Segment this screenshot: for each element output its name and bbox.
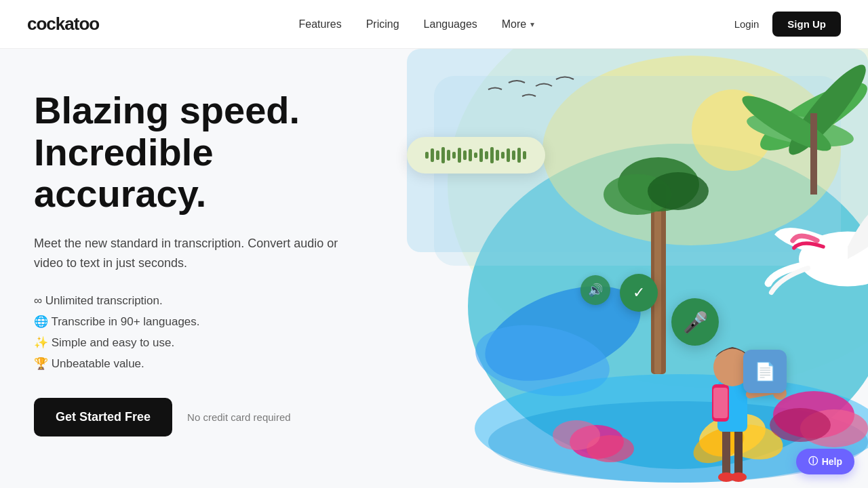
nav-pricing[interactable]: Pricing [366, 18, 399, 30]
svg-point-16 [648, 172, 709, 210]
hero-title: Blazing speed. Incredible accuracy. [34, 89, 380, 215]
feature-unlimited: ∞ Unlimited transcription. [34, 294, 380, 308]
svg-rect-51 [441, 147, 445, 163]
svg-rect-40 [713, 388, 728, 418]
nav-links: Features Pricing Languages More ▾ [299, 18, 535, 30]
svg-rect-60 [490, 147, 494, 163]
feature-value: 🏆 Unbeatable value. [34, 357, 380, 371]
svg-rect-54 [458, 148, 461, 163]
hero-illustration: 🎤 🔊 ✓ 📄 [353, 49, 868, 488]
signup-button[interactable]: Sign Up [772, 12, 841, 37]
login-button[interactable]: Login [734, 18, 760, 30]
svg-rect-11 [810, 113, 817, 195]
svg-rect-61 [496, 150, 499, 161]
nav-features[interactable]: Features [299, 18, 342, 30]
logo: cockatoo [27, 14, 99, 35]
get-started-button[interactable]: Get Started Free [34, 398, 172, 436]
svg-rect-50 [436, 150, 439, 160]
document-icon: 📄 [743, 350, 787, 393]
svg-rect-57 [474, 152, 477, 158]
svg-rect-34 [722, 428, 730, 476]
hero-section: Blazing speed. Incredible accuracy. Meet… [0, 49, 868, 488]
check-icon: ✓ [620, 274, 658, 312]
nav-actions: Login Sign Up [734, 12, 841, 37]
svg-rect-35 [734, 428, 743, 476]
help-circle-icon: ⓘ [808, 455, 818, 468]
svg-rect-65 [517, 148, 521, 163]
feature-simple: ✨ Simple and easy to use. [34, 336, 380, 350]
feature-languages: 🌐 Transcribe in 90+ languages. [34, 314, 380, 329]
hero-features-list: ∞ Unlimited transcription. 🌐 Transcribe … [34, 294, 380, 371]
svg-rect-63 [507, 148, 510, 162]
svg-rect-13 [654, 184, 661, 374]
svg-rect-53 [452, 152, 456, 159]
svg-point-29 [770, 408, 831, 442]
waveform-bubble [407, 137, 545, 174]
navbar: cockatoo Features Pricing Languages More… [0, 0, 868, 49]
svg-rect-55 [463, 150, 467, 160]
help-button[interactable]: ⓘ Help [796, 449, 854, 474]
hero-description: Meet the new standard in transcription. … [34, 234, 359, 273]
svg-rect-52 [447, 150, 450, 161]
svg-point-37 [730, 472, 747, 482]
chevron-down-icon: ▾ [530, 20, 534, 29]
no-credit-card-text: No credit card required [187, 411, 291, 423]
svg-rect-62 [501, 152, 505, 159]
svg-point-23 [553, 420, 600, 450]
svg-rect-59 [485, 151, 488, 159]
svg-rect-56 [469, 149, 472, 161]
svg-rect-64 [512, 150, 515, 160]
svg-rect-58 [479, 148, 483, 162]
nav-languages[interactable]: Languages [424, 18, 477, 30]
tropical-scene-svg [353, 49, 868, 488]
svg-rect-66 [523, 151, 526, 159]
waveform-icon [422, 145, 530, 165]
microphone-icon: 🎤 [671, 298, 719, 346]
sound-icon: 🔊 [580, 275, 610, 305]
cta-row: Get Started Free No credit card required [34, 398, 380, 436]
hero-content: Blazing speed. Incredible accuracy. Meet… [0, 49, 380, 436]
svg-rect-48 [425, 152, 429, 159]
svg-rect-49 [431, 148, 434, 162]
nav-more[interactable]: More ▾ [502, 18, 534, 30]
